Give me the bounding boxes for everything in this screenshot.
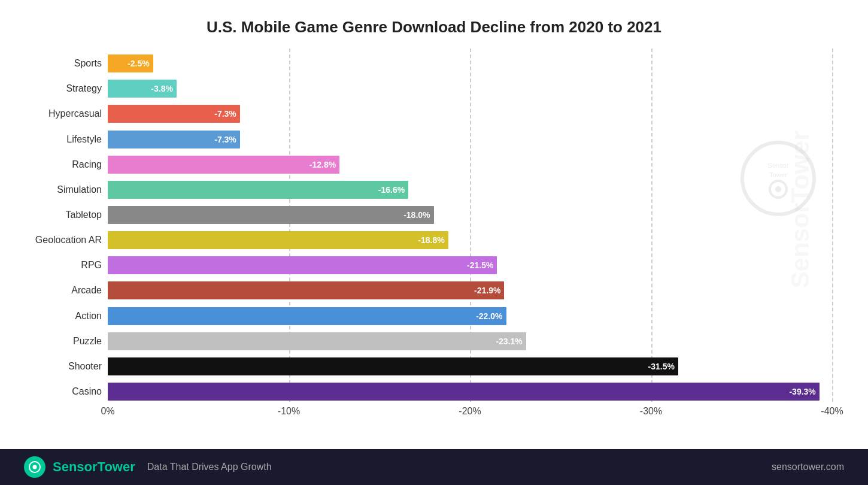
footer-tagline: Data That Drives App Growth xyxy=(147,462,272,472)
bar-value-strategy: -3.8% xyxy=(151,84,173,93)
bar-value-simulation: -16.6% xyxy=(378,185,405,195)
bar-label-racing: Racing xyxy=(3,159,102,170)
bar-value-hypercasual: -7.3% xyxy=(214,109,236,119)
bar-value-arcade: -21.9% xyxy=(474,286,500,295)
bar-value-shooter: -31.5% xyxy=(648,362,675,371)
chart-area: -10%-20%-30%-40%0% Sports-2.5%Strategy-3… xyxy=(108,48,832,420)
bar-value-rpg: -21.5% xyxy=(467,260,493,270)
footer-url: sensortower.com xyxy=(772,462,844,472)
x-axis-label-20: -20% xyxy=(459,406,481,417)
bar-label-casino: Casino xyxy=(3,386,102,397)
chart-container: U.S. Mobile Game Genre Download Decline … xyxy=(0,0,868,449)
bar-label-puzzle: Puzzle xyxy=(3,336,102,347)
bar-label-strategy: Strategy xyxy=(3,83,102,94)
bar-row-tabletop: Tabletop-18.0% xyxy=(108,204,832,226)
bar-row-rpg: RPG-21.5% xyxy=(108,254,832,277)
footer-logo-icon xyxy=(24,456,45,478)
bar-value-tabletop: -18.0% xyxy=(403,210,430,220)
bar-label-arcade: Arcade xyxy=(3,285,102,296)
brand-sensor: Sensor xyxy=(53,459,98,474)
bar-row-casino: Casino-39.3% xyxy=(108,380,832,403)
bar-label-sports: Sports xyxy=(3,58,102,69)
bar-row-simulation: Simulation-16.6% xyxy=(108,178,832,201)
bar-label-shooter: Shooter xyxy=(3,361,102,372)
bar-label-simulation: Simulation xyxy=(3,184,102,195)
bar-label-geolocation-ar: Geolocation AR xyxy=(3,235,102,245)
footer-left: SensorTower Data That Drives App Growth xyxy=(24,456,272,478)
footer: SensorTower Data That Drives App Growth … xyxy=(0,449,868,485)
x-axis-label-10: -10% xyxy=(278,406,300,417)
bar-row-action: Action-22.0% xyxy=(108,305,832,328)
bar-label-tabletop: Tabletop xyxy=(3,210,102,220)
bar-value-action: -22.0% xyxy=(476,311,502,321)
bar-value-racing: -12.8% xyxy=(309,160,336,169)
bar-value-geolocation-ar: -18.8% xyxy=(418,235,444,245)
bars-container: Sports-2.5%Strategy-3.8%Hypercasual-7.3%… xyxy=(108,48,832,402)
bar-label-hypercasual: Hypercasual xyxy=(3,108,102,119)
bar-row-geolocation-ar: Geolocation AR-18.8% xyxy=(108,229,832,251)
bar-value-lifestyle: -7.3% xyxy=(214,135,236,144)
brand-tower: Tower xyxy=(98,459,135,474)
bar-row-hypercasual: Hypercasual-7.3% xyxy=(108,102,832,125)
bar-row-lifestyle: Lifestyle-7.3% xyxy=(108,128,832,151)
bar-label-action: Action xyxy=(3,311,102,322)
svg-point-7 xyxy=(33,465,37,469)
bar-row-racing: Racing-12.8% xyxy=(108,153,832,176)
bar-value-casino: -39.3% xyxy=(789,387,815,396)
bar-row-strategy: Strategy-3.8% xyxy=(108,77,832,100)
bar-row-sports: Sports-2.5% xyxy=(108,52,832,75)
x-axis-label-0: 0% xyxy=(101,406,114,417)
chart-title: U.S. Mobile Game Genre Download Decline … xyxy=(36,18,832,37)
x-axis-label-40: -40% xyxy=(821,406,843,417)
bar-row-shooter: Shooter-31.5% xyxy=(108,355,832,378)
bar-row-arcade: Arcade-21.9% xyxy=(108,279,832,302)
bar-value-puzzle: -23.1% xyxy=(496,337,522,346)
footer-brand: SensorTower xyxy=(53,459,135,475)
bar-label-rpg: RPG xyxy=(3,260,102,271)
bar-row-puzzle: Puzzle-23.1% xyxy=(108,330,832,353)
x-axis-label-30: -30% xyxy=(640,406,662,417)
bar-label-lifestyle: Lifestyle xyxy=(3,134,102,145)
bar-value-sports: -2.5% xyxy=(128,59,150,68)
